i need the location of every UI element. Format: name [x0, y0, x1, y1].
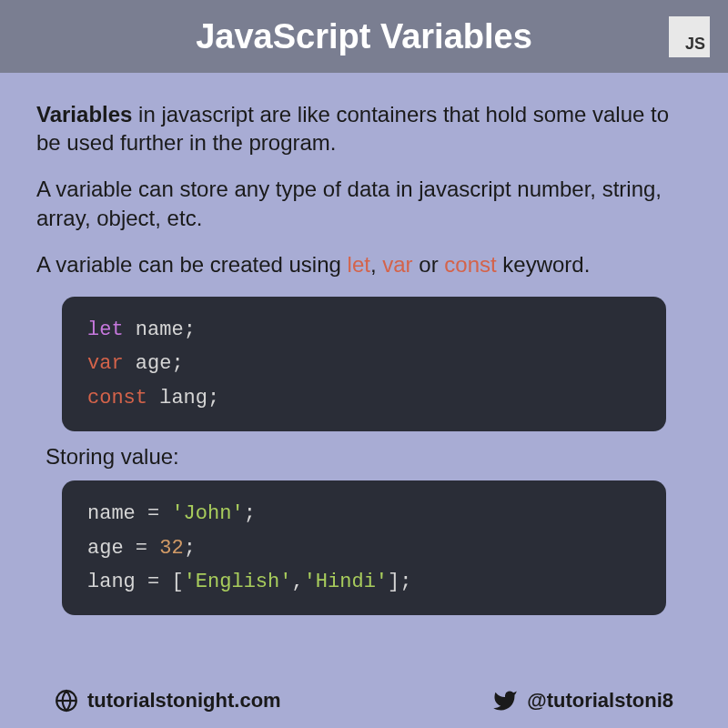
- code-punct: ;: [207, 387, 219, 410]
- code-punct: ;: [184, 318, 196, 341]
- para3-mid2: or: [413, 252, 445, 277]
- code-punct: ;: [184, 537, 196, 560]
- globe-icon: [55, 689, 78, 713]
- paragraph-3: A variable can be created using let, var…: [36, 250, 692, 278]
- js-badge-icon: JS: [669, 16, 710, 57]
- code-keyword: const: [87, 387, 147, 410]
- code-identifier: name =: [87, 502, 171, 525]
- twitter-icon: [492, 688, 518, 713]
- code-identifier: age =: [87, 537, 159, 560]
- para3-pre: A variable can be created using: [36, 252, 348, 277]
- paragraph-2: A variable can store any type of data in…: [36, 175, 692, 231]
- code-line: lang = ['English','Hindi'];: [87, 565, 641, 599]
- paragraph-1: Variables in javascript are like contain…: [36, 100, 692, 157]
- code-punct: ,: [291, 571, 303, 593]
- code-identifier: lang = [: [87, 571, 184, 593]
- bold-word: Variables: [36, 102, 132, 126]
- js-badge-text: JS: [685, 35, 705, 54]
- header-bar: JavaScript Variables JS: [0, 0, 728, 73]
- main-content: Variables in javascript are like contain…: [0, 73, 728, 677]
- code-line: let name;: [87, 313, 641, 347]
- code-identifier: lang: [147, 387, 207, 410]
- code-punct: ;: [244, 502, 256, 525]
- code-number: 32: [159, 537, 183, 560]
- code-punct: ;: [171, 352, 183, 375]
- footer-twitter: @tutorialstoni8: [492, 688, 673, 713]
- code-line: name = 'John';: [87, 497, 641, 531]
- code-keyword: var: [87, 352, 124, 375]
- code-identifier: age: [124, 352, 172, 375]
- para3-mid1: ,: [370, 252, 382, 277]
- code-keyword: let: [87, 318, 124, 341]
- code-string: 'John': [171, 502, 243, 525]
- code-block-assignment: name = 'John'; age = 32; lang = ['Englis…: [62, 480, 666, 615]
- code-block-declaration: let name; var age; const lang;: [62, 297, 666, 431]
- code-line: const lang;: [87, 381, 641, 415]
- website-text: tutorialstonight.com: [87, 689, 281, 713]
- code-punct: ];: [388, 571, 411, 593]
- keyword-const: const: [444, 252, 496, 277]
- code-line: var age;: [87, 347, 641, 380]
- twitter-handle: @tutorialstoni8: [527, 689, 673, 713]
- para1-text: in javascript are like containers that h…: [36, 102, 669, 155]
- para3-post: keyword.: [497, 252, 591, 277]
- code-line: age = 32;: [87, 531, 641, 565]
- keyword-let: let: [348, 252, 370, 277]
- code-string: 'English': [184, 571, 292, 593]
- footer-website: tutorialstonight.com: [55, 689, 281, 713]
- page-title: JavaScript Variables: [196, 17, 532, 56]
- keyword-var: var: [382, 252, 412, 277]
- code-string: 'Hindi': [304, 571, 388, 593]
- subheading-storing: Storing value:: [46, 444, 692, 470]
- footer: tutorialstonight.com @tutorialstoni8: [0, 677, 728, 728]
- code-identifier: name: [124, 318, 184, 341]
